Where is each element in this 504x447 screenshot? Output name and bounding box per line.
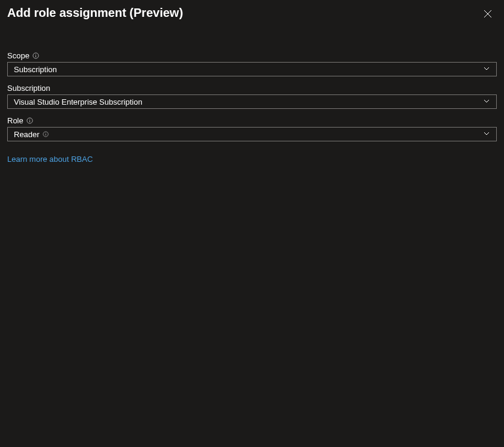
chevron-down-icon <box>483 96 490 107</box>
scope-field: Scope Subscription <box>7 51 497 76</box>
subscription-dropdown[interactable]: Visual Studio Enterprise Subscription <box>7 94 497 109</box>
svg-point-4 <box>35 54 36 55</box>
info-icon[interactable] <box>32 52 39 59</box>
scope-dropdown[interactable]: Subscription <box>7 62 497 76</box>
scope-dropdown-value: Subscription <box>14 65 57 74</box>
role-dropdown-text: Reader <box>14 130 40 139</box>
scope-label-row: Scope <box>7 51 497 60</box>
scope-label: Scope <box>7 51 29 60</box>
svg-point-7 <box>29 119 30 120</box>
role-dropdown-value: Reader <box>14 130 49 139</box>
svg-point-10 <box>45 132 46 133</box>
subscription-field: Subscription Visual Studio Enterprise Su… <box>7 84 497 109</box>
role-dropdown[interactable]: Reader <box>7 127 497 141</box>
role-label-row: Role <box>7 116 497 125</box>
role-label: Role <box>7 116 23 125</box>
info-icon <box>43 131 49 137</box>
close-button[interactable] <box>481 7 494 22</box>
panel-title: Add role assignment (Preview) <box>7 6 183 20</box>
subscription-label: Subscription <box>7 84 51 93</box>
info-icon[interactable] <box>26 117 33 124</box>
subscription-label-row: Subscription <box>7 84 497 93</box>
chevron-down-icon <box>483 64 490 75</box>
panel-content: Scope Subscription Subscription Visua <box>0 22 504 164</box>
panel-header: Add role assignment (Preview) <box>0 0 504 22</box>
learn-more-link[interactable]: Learn more about RBAC <box>7 155 93 164</box>
chevron-down-icon <box>483 129 490 140</box>
close-icon <box>484 10 492 20</box>
role-field: Role Reader <box>7 116 497 141</box>
subscription-dropdown-value: Visual Studio Enterprise Subscription <box>14 97 143 106</box>
